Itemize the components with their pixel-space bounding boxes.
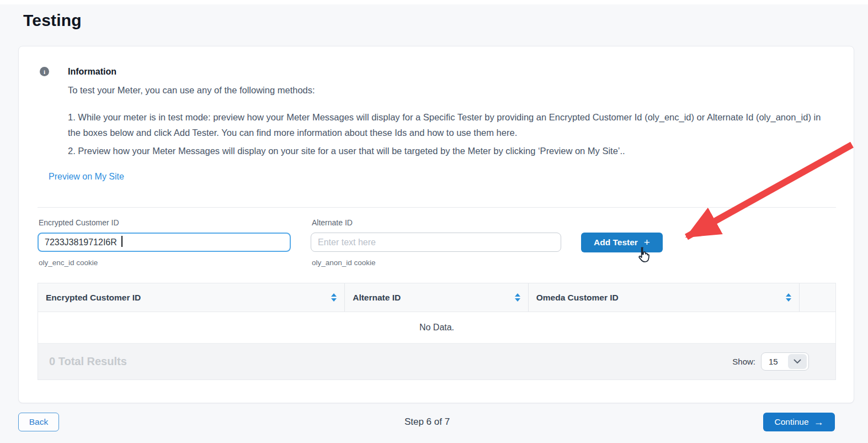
alternate-id-input[interactable]	[311, 233, 561, 252]
table-empty-row: No Data.	[38, 312, 835, 344]
preview-on-my-site-link[interactable]: Preview on My Site	[49, 172, 124, 182]
wizard-navigation: Back Step 6 of 7 Continue →	[18, 413, 836, 431]
column-header-label: Alternate ID	[353, 293, 401, 303]
column-header-alternate-id[interactable]: Alternate ID	[345, 283, 529, 312]
step-indicator: Step 6 of 7	[404, 416, 450, 428]
information-heading: Information	[68, 66, 834, 77]
info-method-1-text: 1. While your meter is in test mode: pre…	[68, 109, 834, 140]
alternate-id-label: Alternate ID	[312, 218, 561, 228]
chevron-down-icon	[788, 354, 807, 369]
plus-icon: +	[644, 237, 650, 247]
page-size-value: 15	[762, 357, 788, 366]
no-data-text: No Data.	[419, 323, 454, 333]
column-header-omeda-customer-id[interactable]: Omeda Customer ID	[529, 283, 800, 312]
column-header-encrypted-customer-id[interactable]: Encrypted Customer ID	[38, 283, 345, 312]
sort-icon[interactable]	[786, 293, 791, 302]
information-text: Information To test your Meter, you can …	[68, 66, 834, 159]
encrypted-customer-id-label: Encrypted Customer ID	[39, 218, 291, 228]
sort-icon[interactable]	[331, 293, 337, 302]
table-footer: 0 Total Results Show: 15	[38, 344, 835, 379]
encrypted-customer-id-group: Encrypted Customer ID oly_enc_id cookie	[38, 218, 291, 267]
encrypted-customer-id-helper: oly_enc_id cookie	[39, 259, 291, 267]
add-tester-button[interactable]: Add Tester +	[581, 233, 663, 252]
show-label: Show:	[732, 357, 755, 366]
info-intro-text: To test your Meter, you can use any of t…	[68, 85, 834, 96]
table-header-row: Encrypted Customer ID Alternate ID Omeda…	[38, 283, 835, 312]
page-size-control: Show: 15	[732, 352, 809, 371]
back-button[interactable]: Back	[18, 413, 59, 431]
info-method-2-text: 2. Preview how your Meter Messages will …	[68, 143, 834, 159]
text-caret	[121, 236, 123, 247]
sort-icon[interactable]	[515, 293, 520, 302]
page-size-select[interactable]: 15	[761, 352, 809, 371]
alternate-id-group: Alternate ID oly_anon_id cookie	[311, 218, 561, 267]
encrypted-customer-id-input[interactable]	[38, 233, 291, 252]
page-title: Testing	[23, 11, 868, 30]
info-icon: i	[40, 67, 49, 76]
tester-form: Encrypted Customer ID oly_enc_id cookie …	[38, 218, 663, 267]
continue-button[interactable]: Continue →	[763, 413, 835, 431]
top-strip	[0, 0, 868, 4]
column-header-label: Encrypted Customer ID	[46, 293, 141, 303]
continue-label: Continue	[774, 417, 808, 427]
arrow-right-icon: →	[814, 417, 824, 427]
total-results-text: 0 Total Results	[49, 355, 127, 368]
information-section: i Information To test your Meter, you ca…	[40, 66, 834, 159]
testers-table: Encrypted Customer ID Alternate ID Omeda…	[38, 283, 836, 380]
alternate-id-helper: oly_anon_id cookie	[312, 259, 561, 267]
testing-card: i Information To test your Meter, you ca…	[18, 46, 854, 403]
add-tester-label: Add Tester	[594, 238, 638, 247]
column-header-actions	[800, 283, 835, 312]
column-header-label: Omeda Customer ID	[536, 293, 619, 303]
section-divider	[38, 207, 836, 208]
